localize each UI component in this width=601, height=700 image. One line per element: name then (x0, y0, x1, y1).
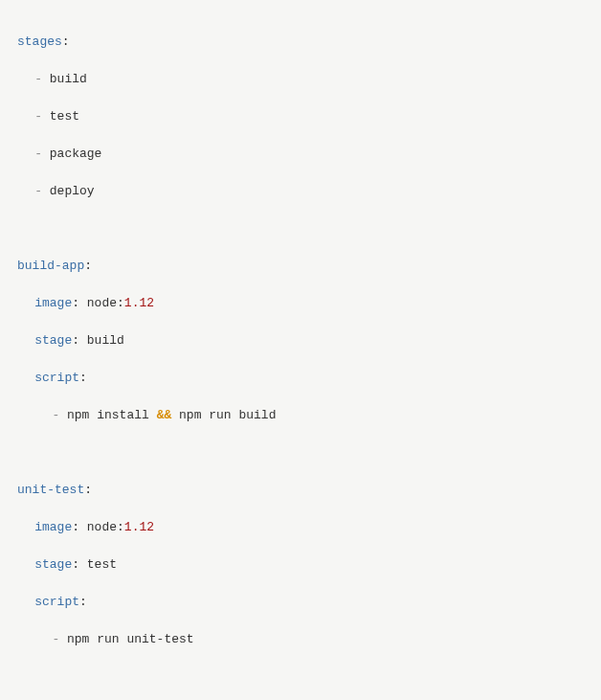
list-item: - test (17, 107, 584, 126)
job-build-app: build-app: (17, 257, 584, 276)
job-unit-test: unit-test: (17, 481, 584, 500)
key-stages: stages (17, 34, 62, 49)
image-line: image: node:1.12 (17, 518, 584, 537)
list-item: - build (17, 70, 584, 89)
list-item: - deploy (17, 182, 584, 201)
script-line: - npm run unit-test (17, 630, 584, 649)
script-key: script: (17, 369, 584, 388)
job-name: unit-test (17, 483, 84, 497)
script-key: script: (17, 593, 584, 612)
image-line: image: node:1.12 (17, 294, 584, 313)
stages-key: stages: (17, 33, 584, 52)
stage-line: stage: build (17, 331, 584, 350)
stage-line: stage: test (17, 555, 584, 575)
yaml-code-block: stages: - build - test - package - deplo… (17, 13, 584, 700)
job-name: build-app (17, 259, 84, 273)
script-line: - npm install && npm run build (17, 406, 584, 425)
list-item: - package (17, 145, 584, 164)
